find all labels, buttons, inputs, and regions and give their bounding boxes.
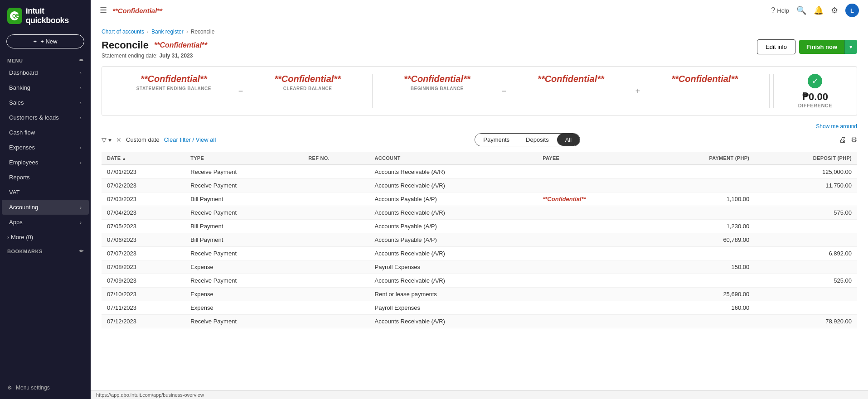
reconcile-actions: Edit info Finish now ▾: [757, 39, 857, 54]
col-date[interactable]: DATE: [102, 152, 185, 165]
cell-account: Accounts Payable (A/P): [369, 192, 538, 206]
cell-payment: 160.00: [649, 301, 755, 315]
settings-icon[interactable]: ⚙: [831, 5, 838, 15]
difference-box: ✓ ₱0.00 DIFFERENCE: [773, 74, 846, 108]
search-icon[interactable]: 🔍: [796, 5, 806, 15]
help-circle-icon: ?: [771, 6, 775, 14]
table-row[interactable]: 07/02/2023 Receive Payment Accounts Rece…: [102, 179, 857, 192]
sidebar-item-reports[interactable]: Reports: [2, 170, 89, 185]
chevron-right-icon: ›: [80, 115, 82, 120]
breadcrumb-chart-of-accounts[interactable]: Chart of accounts: [102, 29, 144, 35]
cell-payment: [649, 247, 755, 260]
sidebar-item-apps[interactable]: Apps ›: [2, 215, 89, 230]
edit-info-button[interactable]: Edit info: [757, 39, 795, 54]
plus-separator: +: [632, 74, 644, 108]
sidebar-more[interactable]: › More (0): [0, 230, 91, 245]
bell-icon[interactable]: 🔔: [814, 5, 824, 15]
tab-payments[interactable]: Payments: [475, 134, 518, 146]
beginning-balance-col: **Confidential** BEGINNING BALANCE: [376, 74, 498, 108]
cell-deposit: [755, 288, 857, 301]
table-row[interactable]: 07/03/2023 Bill Payment Accounts Payable…: [102, 192, 857, 206]
statement-ending-balance-value: **Confidential**: [120, 74, 228, 84]
cell-type: Receive Payment: [185, 274, 303, 288]
help-button[interactable]: ? Help: [771, 6, 789, 14]
chevron-right-icon: ›: [80, 145, 82, 150]
table-row[interactable]: 07/12/2023 Receive Payment Accounts Rece…: [102, 315, 857, 328]
col-payment[interactable]: PAYMENT (PHP): [649, 152, 755, 165]
sidebar-item-expenses[interactable]: Expenses ›: [2, 140, 89, 155]
cell-account: Accounts Receivable (A/R): [369, 247, 538, 260]
topbar-left: ☰ **Confidential**: [100, 5, 162, 15]
cell-payment: [649, 315, 755, 328]
sidebar-bottom: ⚙ Menu settings: [0, 378, 91, 399]
cell-type: Expense: [185, 288, 303, 301]
sidebar-item-vat[interactable]: VAT: [2, 185, 89, 200]
cell-payment: [649, 179, 755, 192]
table-row[interactable]: 07/11/2023 Expense Payroll Expenses 160.…: [102, 301, 857, 315]
gear-icon: ⚙: [7, 385, 12, 391]
cell-date: 07/12/2023: [102, 315, 185, 328]
sidebar-item-dashboard[interactable]: Dashboard ›: [2, 65, 89, 80]
minus-separator: −: [235, 74, 247, 108]
clear-filter-button[interactable]: Clear filter / View all: [164, 136, 216, 143]
col-account[interactable]: ACCOUNT: [369, 152, 538, 165]
table-row[interactable]: 07/06/2023 Bill Payment Accounts Payable…: [102, 233, 857, 247]
sidebar-item-accounting[interactable]: Accounting ›: [2, 200, 89, 215]
cell-date: 07/04/2023: [102, 206, 185, 220]
finish-now-dropdown-button[interactable]: ▾: [844, 40, 857, 54]
quickbooks-logo-icon: QB: [7, 8, 22, 24]
ending-balance-value: **Confidential**: [651, 74, 758, 84]
breadcrumb-bank-register[interactable]: Bank register: [151, 29, 184, 35]
cell-date: 07/05/2023: [102, 220, 185, 233]
filter-icon-button[interactable]: ▽ ▾: [102, 136, 112, 144]
show-me-around-link[interactable]: Show me around: [102, 123, 857, 130]
bookmarks-edit-icon[interactable]: ✏: [79, 248, 84, 254]
tab-all[interactable]: All: [557, 134, 580, 146]
cell-payment: 25,690.00: [649, 288, 755, 301]
filter-close-icon[interactable]: ✕: [116, 136, 121, 144]
menu-edit-icon[interactable]: ✏: [79, 58, 84, 63]
print-icon[interactable]: 🖨: [839, 136, 846, 144]
col-type[interactable]: TYPE: [185, 152, 303, 165]
topbar: ☰ **Confidential** ? Help 🔍 🔔 ⚙ L: [91, 0, 868, 21]
table-row[interactable]: 07/04/2023 Receive Payment Accounts Rece…: [102, 206, 857, 220]
new-button[interactable]: + + New: [6, 34, 84, 48]
table-settings-icon[interactable]: ⚙: [851, 135, 857, 144]
difference-label: DIFFERENCE: [798, 103, 832, 108]
user-avatar[interactable]: L: [845, 4, 859, 17]
table-row[interactable]: 07/09/2023 Receive Payment Accounts Rece…: [102, 274, 857, 288]
sidebar-item-sales[interactable]: Sales ›: [2, 95, 89, 110]
sidebar-item-banking[interactable]: Banking ›: [2, 80, 89, 95]
page-content: Chart of accounts › Bank register › Reco…: [91, 21, 868, 390]
check-icon: ✓: [808, 74, 822, 88]
table-row[interactable]: 07/01/2023 Receive Payment Accounts Rece…: [102, 165, 857, 179]
sidebar-item-customers[interactable]: Customers & leads ›: [2, 110, 89, 125]
cell-account: Rent or lease payments: [369, 288, 538, 301]
col-payee[interactable]: PAYEE: [537, 152, 649, 165]
filter-right: 🖨 ⚙: [839, 135, 857, 144]
table-row[interactable]: 07/05/2023 Bill Payment Accounts Payable…: [102, 220, 857, 233]
cell-type: Receive Payment: [185, 179, 303, 192]
hamburger-menu-icon[interactable]: ☰: [100, 5, 107, 15]
table-body: 07/01/2023 Receive Payment Accounts Rece…: [102, 165, 857, 328]
finish-now-button[interactable]: Finish now: [799, 40, 844, 54]
cell-date: 07/06/2023: [102, 233, 185, 247]
col-deposit[interactable]: DEPOSIT (PHP): [755, 152, 857, 165]
menu-settings[interactable]: ⚙ Menu settings: [7, 382, 83, 394]
sidebar-item-employees[interactable]: Employees ›: [2, 155, 89, 170]
tab-deposits[interactable]: Deposits: [518, 134, 557, 146]
table-row[interactable]: 07/10/2023 Expense Rent or lease payment…: [102, 288, 857, 301]
cell-account: Accounts Payable (A/P): [369, 233, 538, 247]
cell-deposit: 125,000.00: [755, 165, 857, 179]
table-row[interactable]: 07/08/2023 Expense Payroll Expenses 150.…: [102, 260, 857, 274]
cell-date: 07/02/2023: [102, 179, 185, 192]
plus-icon: +: [34, 38, 37, 45]
topbar-confidential-title: **Confidential**: [112, 7, 162, 14]
table-row[interactable]: 07/07/2023 Receive Payment Accounts Rece…: [102, 247, 857, 260]
sidebar-item-cashflow[interactable]: Cash flow: [2, 125, 89, 140]
cell-payee: [537, 288, 649, 301]
statement-date-label: Statement ending date: July 31, 2023: [102, 53, 207, 59]
col-ref[interactable]: REF NO.: [303, 152, 369, 165]
page-title: Reconcile **Confidential**: [102, 39, 207, 51]
cell-account: Payroll Expenses: [369, 301, 538, 315]
